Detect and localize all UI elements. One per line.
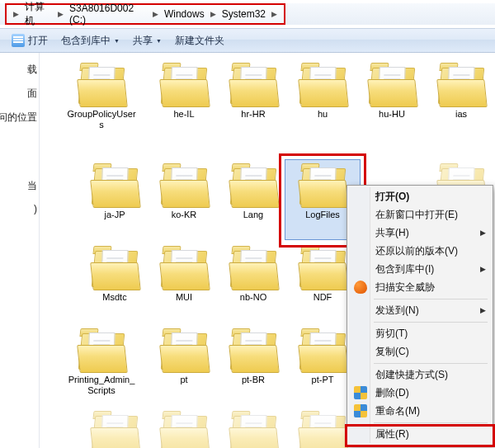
- context-menu: 打开(O) 在新窗口中打开(E) 共享(H)▶ 还原以前的版本(V) 包含到库中…: [346, 185, 493, 446]
- folder-icon: [90, 165, 139, 208]
- ctx-send-to[interactable]: 发送到(N)▶: [349, 301, 491, 319]
- ctx-cut[interactable]: 剪切(T): [349, 324, 491, 342]
- folder-item[interactable]: he-IL: [147, 59, 221, 139]
- folder-icon: [159, 330, 209, 373]
- folder-item[interactable]: nb-NO: [216, 243, 290, 322]
- folder-label: GroupPolicyUsers: [66, 109, 137, 130]
- chevron-down-icon: ▼: [156, 38, 162, 44]
- ctx-properties[interactable]: 属性(R): [349, 425, 491, 443]
- sidebar-item[interactable]: 载: [27, 63, 37, 77]
- breadcrumb-computer[interactable]: 计算机: [22, 0, 54, 28]
- folder-item[interactable]: hr-HR: [216, 59, 290, 139]
- folder-item[interactable]: hu-HU: [355, 59, 429, 139]
- folder-item[interactable]: Lang: [216, 160, 290, 239]
- open-label: 打开: [28, 34, 48, 48]
- folder-label: he-IL: [173, 109, 194, 120]
- folder-item[interactable]: hu: [285, 59, 360, 139]
- folder-label: hu-HU: [379, 109, 405, 120]
- uac-shield-icon: [354, 404, 367, 417]
- ctx-restore-previous[interactable]: 还原以前的版本(V): [349, 242, 491, 260]
- folder-item[interactable]: GroupPolicyUsers: [64, 59, 139, 139]
- folder-label: Msdtc: [102, 292, 126, 303]
- chevron-right-icon: ▶: [480, 306, 486, 314]
- chevron-right-icon: ▶: [210, 10, 216, 18]
- navigation-pane: 载 面 访问的位置 当 ): [0, 53, 40, 448]
- folder-icon: [77, 64, 126, 107]
- ctx-scan-threats[interactable]: 扫描安全威胁: [349, 278, 491, 296]
- folder-label: MUI: [176, 292, 192, 303]
- folder-label: hu: [318, 109, 328, 120]
- folder-icon: [159, 413, 209, 448]
- sidebar-item[interactable]: ): [34, 203, 37, 215]
- sidebar-item-recent[interactable]: 访问的位置: [0, 111, 37, 125]
- ctx-include-library[interactable]: 包含到库中(I)▶: [349, 260, 491, 278]
- folder-icon: [229, 64, 278, 107]
- folder-item[interactable]: [78, 408, 152, 448]
- folder-item[interactable]: Printing_Admin_Scripts: [64, 325, 139, 404]
- folder-item[interactable]: ko-KR: [147, 160, 221, 239]
- sidebar-item[interactable]: 当: [27, 179, 37, 193]
- folder-item[interactable]: [216, 408, 290, 448]
- chevron-down-icon: ▼: [114, 38, 120, 44]
- include-in-library-button[interactable]: 包含到库中 ▼: [54, 31, 126, 50]
- toolbar: 打开 包含到库中 ▼ 共享 ▼ 新建文件夹: [0, 28, 495, 53]
- folder-label: LogFiles: [305, 210, 340, 220]
- share-label: 共享: [133, 34, 153, 48]
- chevron-right-icon: ▶: [480, 265, 486, 273]
- folder-icon: [229, 413, 278, 448]
- folder-label: pt-PT: [312, 375, 334, 385]
- ctx-create-shortcut[interactable]: 创建快捷方式(S): [349, 365, 491, 384]
- folder-label: Printing_Admin_Scripts: [66, 375, 137, 396]
- chevron-right-icon: ▶: [271, 10, 277, 18]
- folder-icon: [298, 413, 347, 448]
- folder-icon: [229, 330, 278, 373]
- folder-icon: [77, 330, 126, 373]
- folder-label: hr-HR: [241, 109, 265, 120]
- folder-label: ja-JP: [104, 210, 125, 220]
- folder-icon: [159, 248, 209, 290]
- ctx-copy[interactable]: 复制(C): [349, 342, 491, 361]
- breadcrumb-windows[interactable]: Windows: [162, 8, 207, 20]
- folder-icon: [298, 330, 347, 373]
- share-button[interactable]: 共享 ▼: [126, 31, 168, 50]
- folder-icon: [298, 248, 347, 290]
- folder-label: ko-KR: [172, 210, 197, 220]
- ctx-open-new-window[interactable]: 在新窗口中打开(E): [349, 205, 491, 224]
- folder-item[interactable]: MUI: [147, 243, 221, 322]
- folder-item[interactable]: ias: [424, 59, 495, 139]
- open-button[interactable]: 打开: [5, 31, 54, 50]
- folder-icon: [159, 165, 209, 208]
- folder-item[interactable]: pt: [147, 325, 221, 404]
- new-folder-button[interactable]: 新建文件夹: [168, 31, 231, 50]
- chevron-right-icon: ▶: [13, 10, 19, 18]
- uac-shield-icon: [354, 386, 367, 399]
- folder-item[interactable]: ja-JP: [78, 160, 152, 239]
- folder-icon: [229, 165, 278, 208]
- shield-icon: [354, 281, 367, 294]
- ctx-open[interactable]: 打开(O): [349, 187, 491, 205]
- folder-item[interactable]: [147, 408, 221, 448]
- folder-item[interactable]: Msdtc: [78, 243, 152, 322]
- ctx-rename[interactable]: 重命名(M): [349, 402, 491, 420]
- chevron-right-icon: ▶: [480, 229, 486, 237]
- ctx-delete[interactable]: 删除(D): [349, 384, 491, 402]
- breadcrumb-system32[interactable]: System32: [219, 8, 268, 20]
- folder-icon: [229, 248, 278, 290]
- folder-icon: [90, 413, 139, 448]
- folder-item[interactable]: pt-BR: [216, 325, 290, 404]
- folder-label: NDF: [314, 292, 332, 303]
- folder-label: pt: [180, 375, 187, 385]
- sidebar-item[interactable]: 面: [27, 87, 37, 101]
- ctx-share[interactable]: 共享(H)▶: [349, 224, 491, 242]
- folder-label: ias: [455, 109, 467, 120]
- folder-label: nb-NO: [240, 292, 266, 303]
- chevron-right-icon: ▶: [153, 10, 158, 18]
- folder-label: pt-BR: [242, 375, 265, 385]
- folder-icon: [298, 64, 347, 107]
- address-bar[interactable]: ▶ 计算机 ▶ S3A8016D002 (C:) ▶ Windows ▶ Sys…: [5, 3, 285, 25]
- chevron-right-icon: ▶: [58, 10, 64, 18]
- folder-icon: [298, 165, 347, 208]
- include-label: 包含到库中: [61, 34, 111, 48]
- folder-icon: [436, 64, 486, 107]
- breadcrumb-drive[interactable]: S3A8016D002 (C:): [67, 2, 149, 26]
